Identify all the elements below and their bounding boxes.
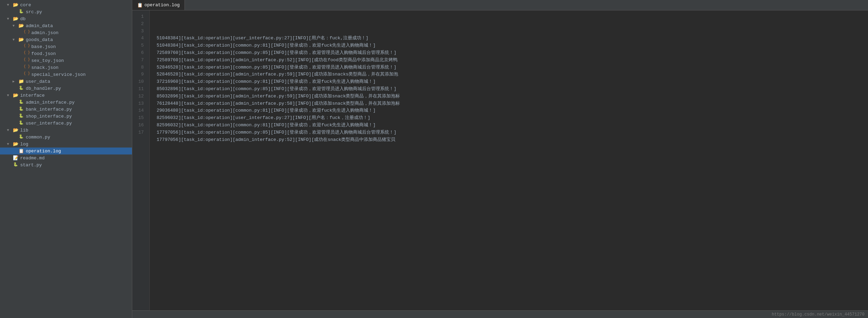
log-icon: 📋: [18, 148, 24, 154]
tree-item-label: bank_interface.py: [26, 107, 72, 112]
sidebar-item-readme-md[interactable]: 📝readme.md: [0, 154, 132, 161]
tree-arrow: ▶: [13, 79, 18, 84]
folder-icon: 📂: [13, 127, 19, 133]
py-icon: 🐍: [18, 106, 24, 112]
json-icon: { }: [24, 72, 30, 77]
sidebar-item-core-folder[interactable]: ▼📂core: [0, 1, 132, 8]
md-icon: 📝: [13, 155, 19, 161]
code-area[interactable]: 1234567891011121314151617 51048384][task…: [132, 10, 868, 310]
sidebar-item-db-handler-py[interactable]: 🐍db_handler.py: [0, 85, 132, 92]
tree-arrow: ▼: [7, 94, 13, 97]
folder-icon: 📂: [13, 141, 19, 147]
sidebar-item-user-interface-py[interactable]: 🐍user_interface.py: [0, 120, 132, 127]
code-line: 51048384][task_id:operation][common.py:8…: [157, 42, 868, 49]
code-line: 82596032][task_id:operation][common.py:8…: [157, 122, 868, 129]
sidebar-item-common-py[interactable]: 🐍common.py: [0, 134, 132, 141]
code-line: 85032896][task_id:operation][admin_inter…: [157, 93, 868, 100]
folder-icon: 📂: [18, 37, 24, 42]
tree-item-label: core: [20, 2, 31, 8]
code-line: 85032896][task_id:operation][common.py:8…: [157, 86, 868, 93]
tree-item-label: src.py: [26, 9, 42, 15]
code-line: 82596032][task_id:operation][user_interf…: [157, 114, 868, 122]
code-line: [157, 28, 868, 35]
tab-log-icon: 📋: [137, 2, 143, 8]
json-icon: { }: [24, 58, 30, 63]
main-content: 📋operation.log 1234567891011121314151617…: [132, 0, 868, 318]
py-icon: 🐍: [18, 120, 24, 126]
py-icon: 🐍: [18, 9, 24, 15]
sidebar-item-admin-interface-py[interactable]: 🐍admin_interface.py: [0, 99, 132, 106]
line-number: 17: [132, 129, 147, 136]
sidebar-item-db-folder[interactable]: ▼📂db: [0, 15, 132, 22]
tree-item-label: admin_data: [26, 23, 53, 29]
line-number: 1: [132, 13, 147, 21]
sidebar-item-sex-toy-json[interactable]: { }sex_toy.json: [0, 57, 132, 64]
sidebar-item-base-json[interactable]: { }base.json: [0, 43, 132, 50]
py-icon: 🐍: [13, 162, 19, 168]
tree-arrow: ▼: [7, 142, 13, 146]
tree-item-label: db_handler.py: [26, 86, 61, 91]
tree-arrow: ▼: [7, 3, 13, 7]
code-line: 51048384][task_id:operation][user_interf…: [157, 35, 868, 42]
py-icon: 🐍: [18, 113, 24, 119]
tree-arrow: ▼: [7, 17, 13, 21]
folder-icon: 📂: [18, 23, 24, 29]
py-icon: 🐍: [18, 100, 24, 105]
sidebar-item-special-service-json[interactable]: { }special_service.json: [0, 71, 132, 78]
line-number: 10: [132, 78, 147, 86]
tree-item-label: db: [20, 16, 26, 22]
code-line: 52846528][task_id:operation][admin_inter…: [157, 71, 868, 78]
json-icon: { }: [24, 30, 30, 35]
code-line: 17797056][task_id:operation][admin_inter…: [157, 136, 868, 144]
folder-icon: 📂: [13, 2, 19, 8]
json-icon: { }: [24, 44, 30, 49]
folder-icon: 📁: [18, 79, 24, 84]
sidebar-item-lib-folder[interactable]: ▼📂lib: [0, 127, 132, 134]
tree-item-label: shop_interface.py: [26, 114, 72, 119]
py-icon: 🐍: [18, 86, 24, 91]
tree-item-label: sex_toy.json: [31, 58, 64, 63]
sidebar-item-bank-interface-py[interactable]: 🐍bank_interface.py: [0, 106, 132, 113]
sidebar-item-src-py[interactable]: 🐍src.py: [0, 8, 132, 15]
sidebar-item-goods-data-folder[interactable]: ▼📂goods_data: [0, 36, 132, 43]
status-url: https://blog.csdn.net/weixin_44571270: [772, 312, 865, 317]
line-number: 14: [132, 107, 147, 114]
tree-item-label: admin.json: [31, 30, 58, 35]
tree-item-label: common.py: [26, 135, 50, 140]
tree-item-label: food.json: [31, 51, 56, 56]
sidebar-item-start-py[interactable]: 🐍start.py: [0, 161, 132, 168]
sidebar-item-log-folder[interactable]: ▼📂log: [0, 141, 132, 148]
tree-item-label: user_interface.py: [26, 121, 72, 126]
line-number: 2: [132, 21, 147, 28]
sidebar-item-food-json[interactable]: { }food.json: [0, 50, 132, 57]
file-tree[interactable]: ▼📂core🐍src.py▼📂db▼📂admin_data{ }admin.js…: [0, 0, 132, 318]
code-line: 37216960][task_id:operation][common.py:8…: [157, 78, 868, 86]
line-number: 5: [132, 42, 147, 49]
tab-operation-log-tab[interactable]: 📋operation.log: [132, 0, 185, 10]
sidebar-item-operation-log[interactable]: 📋operation.log: [0, 148, 132, 154]
line-numbers: 1234567891011121314151617: [132, 10, 150, 310]
line-number: 3: [132, 28, 147, 35]
tree-item-label: log: [20, 142, 28, 147]
line-number: 16: [132, 122, 147, 129]
sidebar-item-snack-json[interactable]: { }snack.json: [0, 64, 132, 71]
sidebar-item-admin-data-folder[interactable]: ▼📂admin_data: [0, 22, 132, 29]
tree-arrow: ▼: [13, 38, 18, 42]
tree-item-label: special_service.json: [31, 72, 86, 77]
sidebar-item-shop-interface-py[interactable]: 🐍shop_interface.py: [0, 113, 132, 120]
code-line: 72589760][task_id:operation][common.py:8…: [157, 49, 868, 57]
line-number: 6: [132, 49, 147, 57]
line-number: 15: [132, 114, 147, 122]
sidebar-item-user-data-folder[interactable]: ▶📁user_data: [0, 78, 132, 85]
line-number: 7: [132, 57, 147, 64]
line-number: 4: [132, 35, 147, 42]
line-number: 13: [132, 100, 147, 108]
sidebar-item-interface-folder[interactable]: ▼📂interface: [0, 92, 132, 99]
folder-icon: 📂: [13, 16, 19, 22]
tree-item-label: lib: [20, 128, 28, 133]
tree-arrow: ▼: [13, 24, 18, 28]
tree-item-label: base.json: [31, 44, 56, 49]
tree-item-label: goods_data: [26, 37, 53, 42]
sidebar-item-admin-json[interactable]: { }admin.json: [0, 29, 132, 36]
tree-item-label: readme.md: [20, 156, 45, 161]
